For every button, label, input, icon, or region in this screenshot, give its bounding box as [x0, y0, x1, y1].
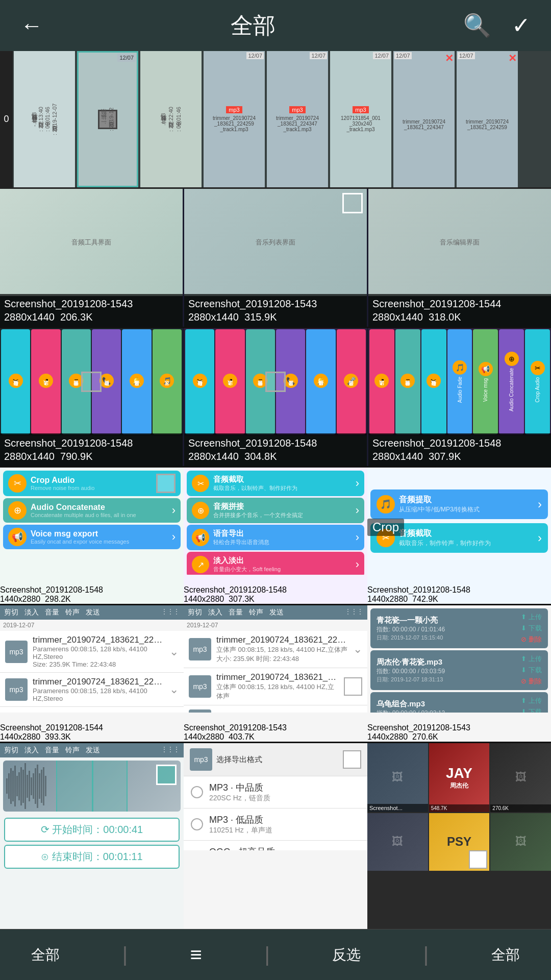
music-list-item[interactable]: mp3 trimmer_20190724_183621_224347_track… [184, 631, 367, 668]
music-card[interactable]: 自己-掠花一颗一颗.mp3日期: 22:13:40大小: 00:01:46日期:… [14, 51, 75, 187]
mp3-icon: mp3 [5, 641, 28, 663]
cell-checkbox[interactable] [342, 193, 363, 213]
screenshot-meta: 2880x1440 318.0K [372, 310, 547, 324]
back-button[interactable]: ← [20, 13, 43, 38]
screenshot-name: Screenshot_20191208-1543 [367, 723, 551, 732]
music-list-item[interactable]: mp3 trimmer_20190724_183621_224259_track… [184, 668, 367, 705]
trim-toolbar: 剪切 淡入 音量 铃声 发送 ⋮⋮⋮ [0, 743, 184, 757]
export-option-mp3-low[interactable]: MP3 · 低品质 110251 Hz，单声道 [184, 808, 367, 841]
screenshot-cell[interactable]: 音频工具界面 Screenshot_20191208-1543 2880x144… [0, 189, 183, 327]
online-music-item-3[interactable]: 乌龟组合.mp3 指数: 00:00:00 / 03:03:12 日期: 201… [370, 692, 548, 713]
footer-divider-3: | [423, 943, 429, 966]
screenshot-cell-list-mid[interactable]: 剪切 淡入 音量 铃声 发送 ⋮⋮⋮ 2019-12-07 mp3 trimme… [184, 605, 367, 742]
footer-menu-btn[interactable]: ≡ [190, 943, 202, 966]
thumb-checkbox[interactable] [469, 850, 487, 869]
crop-audio-btn[interactable]: ✂ Crop Audio Remove noise from audio [3, 471, 181, 496]
screenshot-cell[interactable]: ↗ 淡入淡出 ≡ 音量调整 ✂ 音频截取 🎵 Audio Fade [368, 328, 551, 466]
export-option-ogg[interactable]: OGG · 超高品质 48000 Hz，超声道 [184, 841, 367, 850]
end-time-btn[interactable]: ⊙ 结束时间：00:01:11 [4, 845, 180, 869]
start-time-btn[interactable]: ⟳ 开始时间：00:00:41 [4, 818, 180, 842]
tool-btn-extract[interactable]: 🎵 音频提取 从压缩/中等/低/MP3/转换格式 › [370, 489, 548, 519]
crop-label: Crop [367, 519, 404, 536]
expand-icon[interactable]: ⌄ [353, 643, 362, 656]
music-toolbar-2: 剪切 淡入 音量 铃声 发送 ⋮⋮⋮ [184, 605, 367, 620]
music-card[interactable]: ✕ 12/07 trimmer_20190724_183621_224259 [457, 51, 518, 187]
screenshot-cell-list-right[interactable]: 青花瓷—一颗小亮 指数: 00:00:00 / 01:01:46 日期: 201… [367, 605, 551, 742]
screenshot-cell-left[interactable]: ✂ Crop Audio Remove noise from audio ⊕ A… [0, 468, 184, 604]
tool-btn-yuyindaochu[interactable]: 📢 语音导出 轻松合并导出语音消息 › [187, 525, 364, 550]
screenshot-cell[interactable]: ✂ 音频截取 ↗ 淡入淡出 ≡ 音量调整 📞 铃声提取 [0, 328, 183, 466]
search-icon[interactable]: 🔍 [463, 12, 491, 39]
cell-info-mid: Screenshot_20191208-1548 1440x2880 307.3… [184, 585, 367, 604]
cell-info-right: Screenshot_20191208-1548 1440x2880 742.9… [367, 585, 551, 604]
music-card[interactable]: 12/07 mp3 trimmer_20190724_183621_224347… [267, 51, 328, 187]
confirm-icon[interactable]: ✓ [512, 12, 531, 39]
music-card[interactable]: 12/07 mp3 trimmer_20190724_183621_224259… [204, 51, 265, 187]
music-card[interactable]: 12/07 mp3 1207131854_001_320x240_track1.… [330, 51, 391, 187]
thumbnails-panel: 🖼 Screenshot... JAY 周杰伦 548.7K 🖼 270.6K [367, 743, 551, 929]
screenshot-meta: 2880x1440 206.3K [4, 310, 179, 324]
screenshot-meta: 1440x2880 742.9K [367, 595, 551, 604]
thumb-item[interactable]: 🖼 270.6K [490, 743, 551, 812]
footer-invert-btn[interactable]: 反选 [332, 945, 361, 965]
footer-all-btn[interactable]: 全部 [31, 945, 60, 965]
screenshot-cell[interactable]: 音乐编辑界面 Screenshot_20191208-1544 2880x144… [368, 189, 551, 327]
footer-select-all-btn[interactable]: 全部 [491, 945, 520, 965]
mp3-icon: mp3 [189, 709, 211, 713]
export-option-mp3-medium[interactable]: MP3 · 中品质 220SC Hz，链音质 [184, 776, 367, 808]
tool-btn-jiequ[interactable]: ✂ 音频截取 截取音乐，以制铃声、制作好作为 › [187, 471, 364, 496]
screenshot-name: Screenshot_20191208-1548 [188, 436, 363, 450]
music-list-item[interactable]: mp3 trimmer_20190724_183621_224347_track… [0, 631, 184, 673]
footer-divider-2: | [264, 943, 269, 966]
voice-msg-btn[interactable]: 📢 Voice msg export Easily oncat and expo… [3, 525, 181, 549]
music-list-item[interactable]: mp3 1207131854_001_320x240_174534_track1… [0, 707, 184, 713]
cell-info: Screenshot_20191208-1548 1440x2880 298.2… [0, 585, 184, 604]
screenshot-cell-list-left[interactable]: 剪切 淡入 音量 铃声 发送 ⋮⋮⋮ 2019-12-07 mp3 trimme… [0, 605, 184, 742]
thumb-item[interactable]: 🖼 Screenshot... [367, 743, 428, 812]
screenshot-name: Screenshot_20191208-1543 [184, 723, 367, 732]
online-music-item-2[interactable]: 周杰伦·青花瓷.mp3 指数: 00:00:00 / 03:03:59 日期: … [370, 650, 548, 690]
date-header: 2019-12-07 [0, 620, 184, 631]
thumb-item[interactable]: PSY [429, 813, 490, 871]
online-music-item-1[interactable]: 青花瓷—一颗小亮 指数: 00:00:00 / 01:01:46 日期: 201… [370, 608, 548, 648]
music-list-item[interactable]: mp3 trimmer_20190724_183621_224259_track… [0, 673, 184, 707]
track-info: trimmer_20190724_183621_224347_track1.mp… [33, 635, 164, 668]
screenshot-row-4: 剪切 淡入 音量 铃声 发送 ⋮⋮⋮ 2019-12-07 mp3 trimme… [0, 605, 551, 743]
music-card[interactable]: ✕ 12/07 trimmer_20190724_183621_224347 [393, 51, 455, 187]
screenshot-name: Screenshot_20191208-1543 [4, 297, 179, 310]
footer-divider: | [122, 943, 128, 966]
header: ← 全部 🔍 ✓ [0, 0, 551, 51]
screenshot-name: Screenshot_20191208-1548 [367, 585, 551, 595]
audio-concat-btn[interactable]: ⊕ Audio Concatenate Concatenate multiple… [3, 498, 181, 523]
cell-checkbox[interactable] [265, 372, 286, 392]
expand-icon[interactable]: ⌄ [169, 645, 179, 658]
screenshot-row-2: ✂ 音频截取 ↗ 淡入淡出 ≡ 音量调整 📞 铃声提取 [0, 328, 551, 468]
screenshot-cell-mid[interactable]: ✂ 音频截取 截取音乐，以制铃声、制作好作为 › ⊕ 音频拼接 合并拼接多个音乐… [184, 468, 367, 604]
thumb-item[interactable]: 🖼 [490, 813, 551, 871]
screenshot-name: Screenshot_20191208-1548 [4, 436, 179, 450]
screenshot-meta: 1440x2880 298.2K [0, 595, 184, 604]
expand-icon[interactable]: ⌄ [169, 683, 179, 696]
checkbox[interactable] [156, 474, 176, 493]
screenshot-cell[interactable]: 音乐列表界面 Screenshot_20191208-1543 2880x144… [184, 189, 367, 327]
tool-btn-pinjie[interactable]: ⊕ 音频拼接 合并拼接多个音乐，一个文件全搞定 › [187, 498, 364, 523]
music-list-item[interactable]: mp3 1207131854_001_320x240_174534_track1… [184, 705, 367, 713]
cell-info: Screenshot_20191208-1543 1440x2880 270.6… [367, 723, 551, 742]
trim-time-row: ⟳ 开始时间：00:00:41 [0, 815, 184, 845]
side-label: 0 [0, 51, 13, 187]
cell-info: Screenshot_20191208-1543 1440x2880 403.7… [184, 723, 367, 742]
music-card[interactable]: 掠花一颗.mp3日期: 22:22:40大小: 00:01:46 [140, 51, 202, 187]
cell-checkbox[interactable] [81, 372, 102, 392]
thumb-item[interactable]: 🖼 [367, 813, 428, 871]
thumb-item[interactable]: JAY 周杰伦 548.7K [429, 743, 490, 812]
checkbox[interactable] [344, 677, 362, 696]
screenshot-cell[interactable]: ✂ 音频截取 ↗ 淡入淡出 ≡ 音量调整 📞 音频导出 [184, 328, 367, 466]
export-checkbox[interactable] [343, 750, 361, 769]
mp3-icon: mp3 [189, 638, 211, 660]
waveform-checkbox[interactable] [156, 765, 177, 785]
tool-btn-danrulichu[interactable]: ↗ 淡入淡出 音量由小变大，Soft feeling › [187, 552, 364, 575]
screenshot-name: Screenshot_20191208-1548 [184, 585, 367, 595]
music-card[interactable]: 12/07 掠一…一颗一...日期: 2019-12 [77, 51, 138, 187]
screenshot-name: Screenshot_20191208-1544 [0, 723, 184, 732]
track-info: trimmer_20190724_183621_224347_track1.mp… [216, 635, 348, 664]
